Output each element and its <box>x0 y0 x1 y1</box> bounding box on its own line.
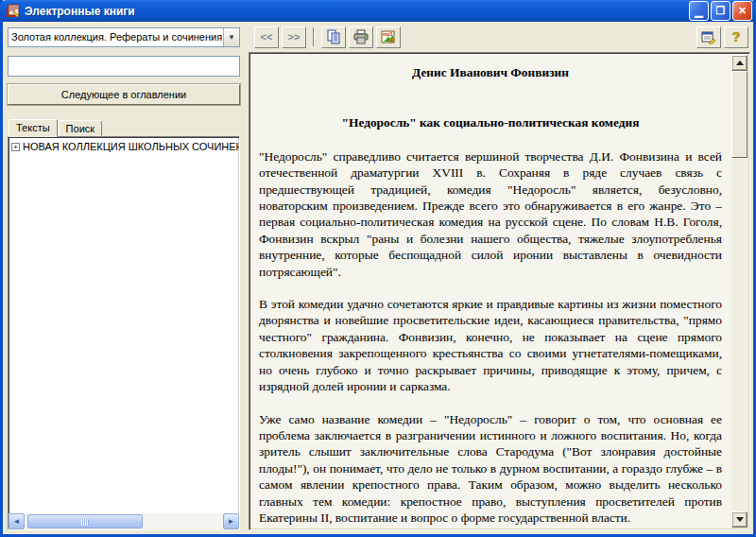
paragraph: В этой комедии удачно сочетаются яркие и… <box>259 296 722 394</box>
mp3-export-icon: mp3 <box>381 29 396 44</box>
help-icon: ? <box>732 29 741 44</box>
copy-button[interactable] <box>321 26 346 48</box>
scroll-left-icon[interactable]: ◄ <box>9 513 25 529</box>
copy-pages-icon <box>326 29 341 44</box>
tree-expand-plus-icon[interactable]: + <box>11 143 20 151</box>
toc-tree-panel: + НОВАЯ КОЛЛЕКЦИЯ ШКОЛЬНЫХ СОЧИНЕНИЙ Д ◄… <box>8 136 240 530</box>
viewer-vertical-scrollbar[interactable] <box>731 55 747 528</box>
minimize-icon: ▁ <box>695 7 702 17</box>
document-text: Денис Иванович Фонвизин "Недоросль" как … <box>251 55 731 528</box>
close-button[interactable]: ✕ <box>732 1 752 21</box>
sidebar-tabs: Тексты Поиск <box>8 118 240 136</box>
tab-texts[interactable]: Тексты <box>9 119 58 137</box>
scroll-down-icon[interactable] <box>731 511 747 528</box>
close-icon: ✕ <box>738 6 747 16</box>
collection-select[interactable]: Золотая коллекция. Рефераты и сочинения … <box>8 27 240 47</box>
chevron-down-icon[interactable]: ▼ <box>223 28 239 46</box>
tree-horizontal-scrollbar[interactable]: ◄ ► <box>9 513 239 529</box>
next-in-toc-button[interactable]: Следующее в оглавлении <box>8 84 240 105</box>
vscroll-thumb[interactable] <box>731 71 747 158</box>
paragraph: Уже само название комедии – "Недоросль" … <box>259 411 722 527</box>
titlebar[interactable]: Электронные книги ▁ ❒ ✕ <box>0 0 756 22</box>
sidebar: Золотая коллекция. Рефераты и сочинения … <box>3 22 245 534</box>
minimize-button[interactable]: ▁ <box>689 1 709 21</box>
app-window: Электронные книги ▁ ❒ ✕ Золотая коллекци… <box>0 0 756 537</box>
scroll-up-icon[interactable] <box>731 55 747 71</box>
document-viewer[interactable]: Денис Иванович Фонвизин "Недоросль" как … <box>249 52 750 530</box>
toolbar: << >> <box>249 26 750 52</box>
app-book-icon <box>6 4 21 19</box>
printer-icon <box>353 29 369 44</box>
toolbar-separator <box>313 27 315 46</box>
paragraph: "Недоросль" справедливо считается вершин… <box>259 148 722 280</box>
collection-select-value: Золотая коллекция. Рефераты и сочинения … <box>9 28 223 46</box>
hscroll-thumb[interactable] <box>27 514 143 528</box>
maximize-icon: ❒ <box>716 6 726 16</box>
tab-search[interactable]: Поиск <box>59 120 102 136</box>
export-audio-button[interactable]: mp3 <box>376 26 401 48</box>
forward-button[interactable]: >> <box>282 26 306 48</box>
maximize-button[interactable]: ❒ <box>711 1 730 21</box>
properties-icon <box>701 29 716 44</box>
tree-item-label: НОВАЯ КОЛЛЕКЦИЯ ШКОЛЬНЫХ СОЧИНЕНИЙ Д <box>23 141 239 152</box>
scroll-right-icon[interactable]: ► <box>223 513 239 529</box>
back-button[interactable]: << <box>254 26 279 48</box>
hscroll-track[interactable] <box>25 513 223 529</box>
document-author: Денис Иванович Фонвизин <box>259 64 722 80</box>
print-button[interactable] <box>349 26 373 48</box>
window-title: Электронные книги <box>25 5 689 18</box>
main-area: << >> <box>245 22 753 534</box>
properties-button[interactable] <box>696 26 721 48</box>
svg-text:mp3: mp3 <box>383 31 393 37</box>
toc-tree: + НОВАЯ КОЛЛЕКЦИЯ ШКОЛЬНЫХ СОЧИНЕНИЙ Д <box>9 137 239 513</box>
help-button[interactable]: ? <box>724 26 748 48</box>
document-title: "Недоросль" как социально-политическая к… <box>259 114 722 130</box>
tree-item-collection[interactable]: + НОВАЯ КОЛЛЕКЦИЯ ШКОЛЬНЫХ СОЧИНЕНИЙ Д <box>11 141 237 152</box>
search-input[interactable] <box>8 56 240 77</box>
